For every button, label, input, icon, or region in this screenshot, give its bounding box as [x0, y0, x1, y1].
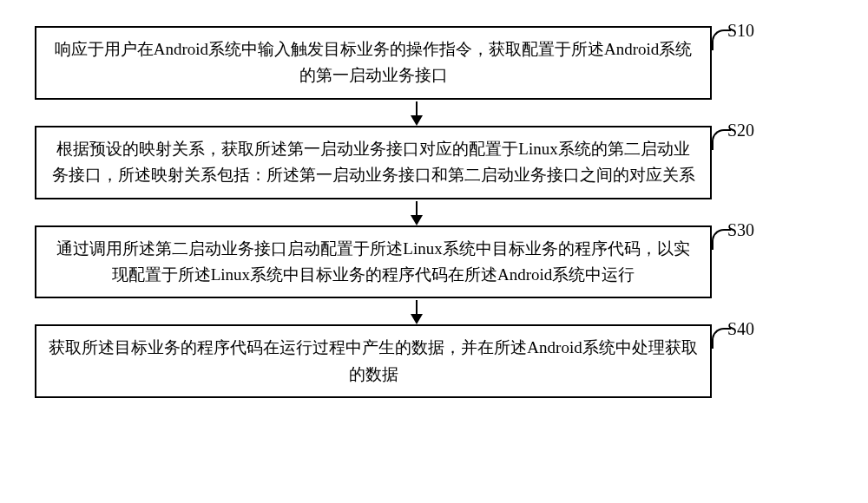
step-label-s20: S20 [727, 121, 754, 140]
step-box-s30: 通过调用所述第二启动业务接口启动配置于所述Linux系统中目标业务的程序代码，以… [35, 225, 712, 299]
step-row-s20: 根据预设的映射关系，获取所述第一启动业务接口对应的配置于Linux系统的第二启动… [35, 126, 799, 199]
arrow-down-icon [416, 201, 418, 224]
arrow-down-icon [416, 300, 418, 323]
connector-curve [712, 129, 731, 150]
flowchart: 响应于用户在Android系统中输入触发目标业务的操作指令，获取配置于所述And… [35, 26, 799, 398]
step-text: 响应于用户在Android系统中输入触发目标业务的操作指令，获取配置于所述And… [55, 40, 693, 84]
arrow-wrap [78, 298, 755, 324]
step-label-s40: S40 [727, 319, 754, 339]
step-label-text: S10 [727, 21, 754, 40]
step-row-s10: 响应于用户在Android系统中输入触发目标业务的操作指令，获取配置于所述And… [35, 26, 799, 100]
step-label-text: S20 [727, 121, 754, 140]
step-box-s20: 根据预设的映射关系，获取所述第一启动业务接口对应的配置于Linux系统的第二启动… [35, 126, 712, 199]
arrow-down-icon [416, 101, 418, 124]
step-box-s10: 响应于用户在Android系统中输入触发目标业务的操作指令，获取配置于所述And… [35, 26, 712, 100]
step-label-s30: S30 [727, 220, 754, 240]
step-row-s40: 获取所述目标业务的程序代码在运行过程中产生的数据，并在所述Android系统中处… [35, 324, 799, 398]
step-text: 通过调用所述第二启动业务接口启动配置于所述Linux系统中目标业务的程序代码，以… [56, 239, 689, 284]
step-box-s40: 获取所述目标业务的程序代码在运行过程中产生的数据，并在所述Android系统中处… [35, 324, 712, 398]
step-text: 获取所述目标业务的程序代码在运行过程中产生的数据，并在所述Android系统中处… [49, 338, 697, 382]
step-label-text: S40 [727, 319, 754, 338]
step-label-text: S30 [727, 220, 754, 239]
connector-curve [712, 328, 731, 349]
step-text: 根据预设的映射关系，获取所述第一启动业务接口对应的配置于Linux系统的第二启动… [52, 140, 695, 184]
step-label-s10: S10 [727, 21, 754, 41]
connector-curve [712, 229, 731, 250]
arrow-wrap [78, 100, 755, 126]
step-row-s30: 通过调用所述第二启动业务接口启动配置于所述Linux系统中目标业务的程序代码，以… [35, 225, 799, 299]
arrow-wrap [78, 199, 755, 225]
connector-curve [712, 29, 731, 50]
